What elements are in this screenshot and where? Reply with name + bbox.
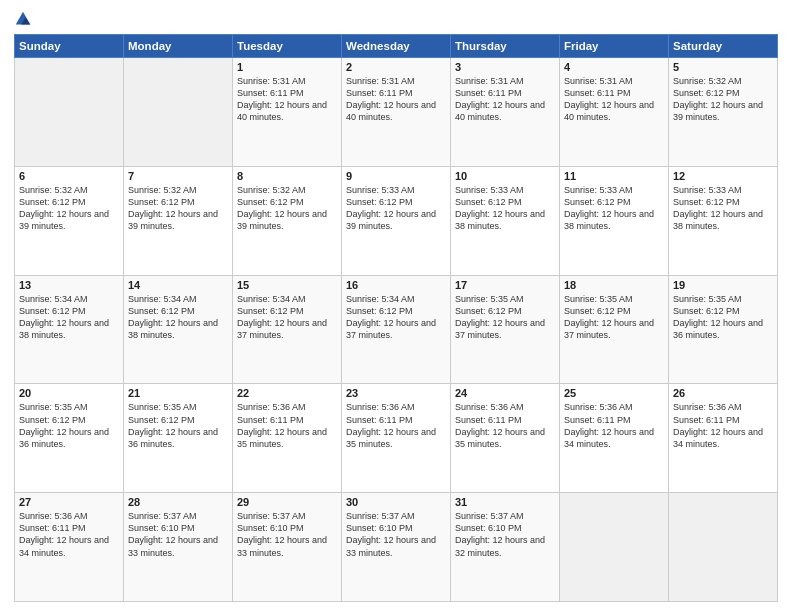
- cell-info: Sunrise: 5:34 AM Sunset: 6:12 PM Dayligh…: [346, 293, 446, 342]
- cell-info: Sunrise: 5:35 AM Sunset: 6:12 PM Dayligh…: [19, 401, 119, 450]
- calendar-cell: 31Sunrise: 5:37 AM Sunset: 6:10 PM Dayli…: [451, 493, 560, 602]
- calendar-cell: 4Sunrise: 5:31 AM Sunset: 6:11 PM Daylig…: [560, 58, 669, 167]
- day-number: 19: [673, 279, 773, 291]
- day-number: 3: [455, 61, 555, 73]
- calendar-cell: 9Sunrise: 5:33 AM Sunset: 6:12 PM Daylig…: [342, 166, 451, 275]
- weekday-header-monday: Monday: [124, 35, 233, 58]
- cell-info: Sunrise: 5:31 AM Sunset: 6:11 PM Dayligh…: [237, 75, 337, 124]
- calendar-cell: 20Sunrise: 5:35 AM Sunset: 6:12 PM Dayli…: [15, 384, 124, 493]
- cell-info: Sunrise: 5:36 AM Sunset: 6:11 PM Dayligh…: [673, 401, 773, 450]
- cell-info: Sunrise: 5:35 AM Sunset: 6:12 PM Dayligh…: [128, 401, 228, 450]
- calendar-cell: 6Sunrise: 5:32 AM Sunset: 6:12 PM Daylig…: [15, 166, 124, 275]
- calendar-cell: 21Sunrise: 5:35 AM Sunset: 6:12 PM Dayli…: [124, 384, 233, 493]
- calendar-week-3: 13Sunrise: 5:34 AM Sunset: 6:12 PM Dayli…: [15, 275, 778, 384]
- day-number: 23: [346, 387, 446, 399]
- calendar-cell: 19Sunrise: 5:35 AM Sunset: 6:12 PM Dayli…: [669, 275, 778, 384]
- cell-info: Sunrise: 5:31 AM Sunset: 6:11 PM Dayligh…: [455, 75, 555, 124]
- day-number: 24: [455, 387, 555, 399]
- day-number: 16: [346, 279, 446, 291]
- calendar-cell: [15, 58, 124, 167]
- cell-info: Sunrise: 5:32 AM Sunset: 6:12 PM Dayligh…: [19, 184, 119, 233]
- calendar-cell: 2Sunrise: 5:31 AM Sunset: 6:11 PM Daylig…: [342, 58, 451, 167]
- calendar-cell: 8Sunrise: 5:32 AM Sunset: 6:12 PM Daylig…: [233, 166, 342, 275]
- calendar-cell: 10Sunrise: 5:33 AM Sunset: 6:12 PM Dayli…: [451, 166, 560, 275]
- calendar-body: 1Sunrise: 5:31 AM Sunset: 6:11 PM Daylig…: [15, 58, 778, 602]
- calendar-cell: 15Sunrise: 5:34 AM Sunset: 6:12 PM Dayli…: [233, 275, 342, 384]
- calendar-cell: 28Sunrise: 5:37 AM Sunset: 6:10 PM Dayli…: [124, 493, 233, 602]
- cell-info: Sunrise: 5:36 AM Sunset: 6:11 PM Dayligh…: [346, 401, 446, 450]
- day-number: 25: [564, 387, 664, 399]
- cell-info: Sunrise: 5:31 AM Sunset: 6:11 PM Dayligh…: [564, 75, 664, 124]
- calendar-cell: [124, 58, 233, 167]
- day-number: 9: [346, 170, 446, 182]
- cell-info: Sunrise: 5:32 AM Sunset: 6:12 PM Dayligh…: [128, 184, 228, 233]
- day-number: 22: [237, 387, 337, 399]
- calendar-cell: 12Sunrise: 5:33 AM Sunset: 6:12 PM Dayli…: [669, 166, 778, 275]
- day-number: 11: [564, 170, 664, 182]
- day-number: 27: [19, 496, 119, 508]
- calendar-cell: 7Sunrise: 5:32 AM Sunset: 6:12 PM Daylig…: [124, 166, 233, 275]
- cell-info: Sunrise: 5:34 AM Sunset: 6:12 PM Dayligh…: [128, 293, 228, 342]
- day-number: 21: [128, 387, 228, 399]
- calendar-cell: 22Sunrise: 5:36 AM Sunset: 6:11 PM Dayli…: [233, 384, 342, 493]
- calendar-cell: [669, 493, 778, 602]
- day-number: 4: [564, 61, 664, 73]
- weekday-header-tuesday: Tuesday: [233, 35, 342, 58]
- calendar-cell: 24Sunrise: 5:36 AM Sunset: 6:11 PM Dayli…: [451, 384, 560, 493]
- calendar-cell: 18Sunrise: 5:35 AM Sunset: 6:12 PM Dayli…: [560, 275, 669, 384]
- day-number: 29: [237, 496, 337, 508]
- calendar-cell: 26Sunrise: 5:36 AM Sunset: 6:11 PM Dayli…: [669, 384, 778, 493]
- cell-info: Sunrise: 5:37 AM Sunset: 6:10 PM Dayligh…: [128, 510, 228, 559]
- cell-info: Sunrise: 5:33 AM Sunset: 6:12 PM Dayligh…: [673, 184, 773, 233]
- day-number: 6: [19, 170, 119, 182]
- cell-info: Sunrise: 5:34 AM Sunset: 6:12 PM Dayligh…: [237, 293, 337, 342]
- cell-info: Sunrise: 5:37 AM Sunset: 6:10 PM Dayligh…: [346, 510, 446, 559]
- day-number: 13: [19, 279, 119, 291]
- calendar-cell: 30Sunrise: 5:37 AM Sunset: 6:10 PM Dayli…: [342, 493, 451, 602]
- cell-info: Sunrise: 5:37 AM Sunset: 6:10 PM Dayligh…: [455, 510, 555, 559]
- day-number: 5: [673, 61, 773, 73]
- calendar-cell: 17Sunrise: 5:35 AM Sunset: 6:12 PM Dayli…: [451, 275, 560, 384]
- day-number: 30: [346, 496, 446, 508]
- cell-info: Sunrise: 5:33 AM Sunset: 6:12 PM Dayligh…: [564, 184, 664, 233]
- page: SundayMondayTuesdayWednesdayThursdayFrid…: [0, 0, 792, 612]
- logo: [14, 10, 34, 28]
- weekday-header-wednesday: Wednesday: [342, 35, 451, 58]
- cell-info: Sunrise: 5:33 AM Sunset: 6:12 PM Dayligh…: [455, 184, 555, 233]
- calendar-cell: 3Sunrise: 5:31 AM Sunset: 6:11 PM Daylig…: [451, 58, 560, 167]
- cell-info: Sunrise: 5:35 AM Sunset: 6:12 PM Dayligh…: [455, 293, 555, 342]
- day-number: 1: [237, 61, 337, 73]
- calendar-cell: 14Sunrise: 5:34 AM Sunset: 6:12 PM Dayli…: [124, 275, 233, 384]
- cell-info: Sunrise: 5:32 AM Sunset: 6:12 PM Dayligh…: [237, 184, 337, 233]
- cell-info: Sunrise: 5:36 AM Sunset: 6:11 PM Dayligh…: [237, 401, 337, 450]
- calendar-cell: 1Sunrise: 5:31 AM Sunset: 6:11 PM Daylig…: [233, 58, 342, 167]
- calendar-week-1: 1Sunrise: 5:31 AM Sunset: 6:11 PM Daylig…: [15, 58, 778, 167]
- day-number: 26: [673, 387, 773, 399]
- cell-info: Sunrise: 5:35 AM Sunset: 6:12 PM Dayligh…: [673, 293, 773, 342]
- calendar-cell: [560, 493, 669, 602]
- calendar-cell: 29Sunrise: 5:37 AM Sunset: 6:10 PM Dayli…: [233, 493, 342, 602]
- day-number: 15: [237, 279, 337, 291]
- weekday-header-sunday: Sunday: [15, 35, 124, 58]
- day-number: 12: [673, 170, 773, 182]
- day-number: 10: [455, 170, 555, 182]
- day-number: 2: [346, 61, 446, 73]
- cell-info: Sunrise: 5:36 AM Sunset: 6:11 PM Dayligh…: [455, 401, 555, 450]
- cell-info: Sunrise: 5:36 AM Sunset: 6:11 PM Dayligh…: [19, 510, 119, 559]
- day-number: 28: [128, 496, 228, 508]
- calendar-table: SundayMondayTuesdayWednesdayThursdayFrid…: [14, 34, 778, 602]
- day-number: 31: [455, 496, 555, 508]
- day-number: 17: [455, 279, 555, 291]
- weekday-row: SundayMondayTuesdayWednesdayThursdayFrid…: [15, 35, 778, 58]
- cell-info: Sunrise: 5:32 AM Sunset: 6:12 PM Dayligh…: [673, 75, 773, 124]
- cell-info: Sunrise: 5:34 AM Sunset: 6:12 PM Dayligh…: [19, 293, 119, 342]
- cell-info: Sunrise: 5:36 AM Sunset: 6:11 PM Dayligh…: [564, 401, 664, 450]
- calendar-cell: 11Sunrise: 5:33 AM Sunset: 6:12 PM Dayli…: [560, 166, 669, 275]
- weekday-header-friday: Friday: [560, 35, 669, 58]
- calendar-week-5: 27Sunrise: 5:36 AM Sunset: 6:11 PM Dayli…: [15, 493, 778, 602]
- calendar-week-2: 6Sunrise: 5:32 AM Sunset: 6:12 PM Daylig…: [15, 166, 778, 275]
- day-number: 18: [564, 279, 664, 291]
- cell-info: Sunrise: 5:31 AM Sunset: 6:11 PM Dayligh…: [346, 75, 446, 124]
- logo-icon: [14, 10, 32, 28]
- day-number: 14: [128, 279, 228, 291]
